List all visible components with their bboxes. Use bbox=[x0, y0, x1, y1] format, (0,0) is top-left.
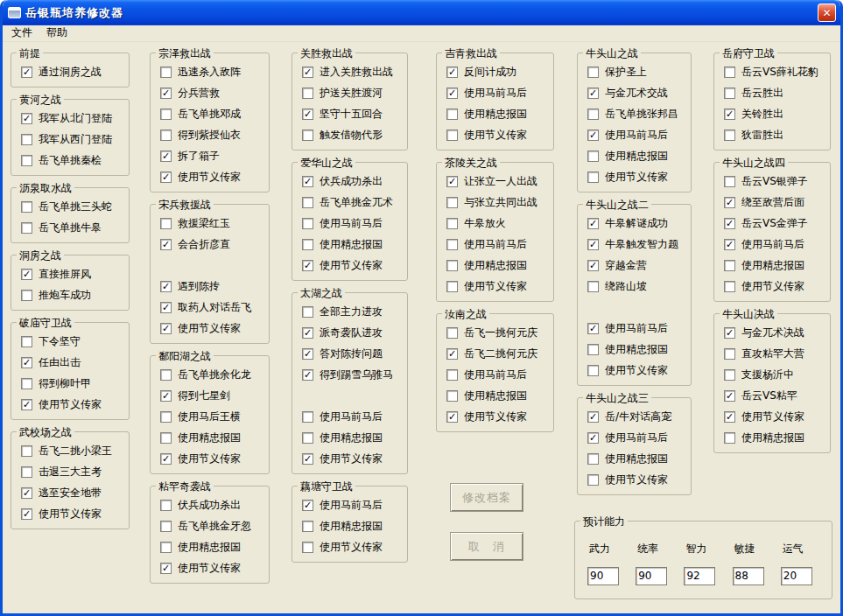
checkbox-unchecked[interactable] bbox=[21, 155, 32, 166]
checkbox-unchecked[interactable] bbox=[160, 521, 172, 532]
checkbox-unchecked[interactable] bbox=[160, 66, 172, 78]
checkbox-unchecked[interactable] bbox=[724, 176, 735, 187]
checkbox-checked[interactable]: ✓ bbox=[160, 88, 172, 99]
checkbox-row[interactable]: ✓通过洞房之战 bbox=[21, 61, 126, 82]
checkbox-row[interactable]: 我军从西门登陆 bbox=[21, 129, 126, 150]
checkbox-checked[interactable]: ✓ bbox=[302, 348, 313, 360]
checkbox-row[interactable]: ✓取药人对话岳飞 bbox=[160, 297, 266, 318]
checkbox-row[interactable]: ✓牛皋触发智力题 bbox=[587, 234, 688, 255]
checkbox-row[interactable]: ✓关铃胜出 bbox=[724, 103, 827, 124]
checkbox-row[interactable]: 使用精忠报国 bbox=[446, 385, 551, 406]
checkbox-row[interactable]: 使用精忠报国 bbox=[587, 339, 688, 360]
checkbox-row[interactable]: ✓与金兀术决战 bbox=[724, 322, 827, 343]
checkbox-row[interactable]: 使用节义传家 bbox=[302, 536, 404, 557]
checkbox-row[interactable]: 使用马前马后 bbox=[446, 234, 551, 255]
checkbox-row[interactable]: ✓我军从北门登陆 bbox=[21, 108, 126, 129]
checkbox-row[interactable]: 使用精忠报国 bbox=[302, 427, 404, 448]
checkbox-row[interactable]: ✓岳云VS粘罕 bbox=[724, 385, 827, 406]
checkbox-row[interactable]: 使用节义传家 bbox=[587, 360, 688, 381]
stat-input[interactable] bbox=[733, 567, 764, 585]
checkbox-row[interactable]: ✓岳云VS金弹子 bbox=[724, 213, 827, 234]
checkbox-row[interactable]: ✓任由出击 bbox=[21, 352, 126, 373]
checkbox-row[interactable]: 牛皋放火 bbox=[446, 213, 551, 234]
checkbox-unchecked[interactable] bbox=[587, 365, 599, 376]
checkbox-row[interactable]: ✓答对陈抟问题 bbox=[302, 343, 404, 364]
checkbox-checked[interactable]: ✓ bbox=[160, 302, 172, 313]
checkbox-checked[interactable]: ✓ bbox=[587, 323, 599, 334]
checkbox-unchecked[interactable] bbox=[302, 521, 313, 532]
checkbox-unchecked[interactable] bbox=[21, 466, 32, 478]
checkbox-unchecked[interactable] bbox=[446, 390, 458, 402]
checkbox-unchecked[interactable] bbox=[302, 88, 313, 99]
checkbox-checked[interactable]: ✓ bbox=[446, 176, 458, 187]
checkbox-row[interactable]: 使用精忠报国 bbox=[446, 255, 551, 276]
checkbox-row[interactable]: 使用马后王横 bbox=[160, 406, 266, 427]
checkbox-unchecked[interactable] bbox=[587, 281, 599, 292]
checkbox-checked[interactable]: ✓ bbox=[446, 66, 458, 78]
checkbox-row[interactable]: ✓反间计成功 bbox=[446, 61, 551, 82]
checkbox-row[interactable]: ✓穿越金营 bbox=[587, 255, 688, 276]
checkbox-unchecked[interactable] bbox=[724, 348, 735, 360]
checkbox-row[interactable]: ✓拆了箱子 bbox=[160, 145, 266, 166]
checkbox-row[interactable]: ✓使用节义传家 bbox=[302, 255, 404, 276]
checkbox-checked[interactable]: ✓ bbox=[160, 563, 172, 574]
checkbox-row[interactable]: 狄雷胜出 bbox=[724, 124, 827, 145]
checkbox-row[interactable]: ✓得到七星剑 bbox=[160, 385, 266, 406]
checkbox-unchecked[interactable] bbox=[160, 411, 172, 423]
checkbox-checked[interactable]: ✓ bbox=[160, 390, 172, 402]
checkbox-row[interactable]: 使用节义传家 bbox=[587, 469, 688, 490]
stat-input[interactable] bbox=[684, 567, 715, 585]
checkbox-unchecked[interactable] bbox=[587, 150, 599, 162]
checkbox-unchecked[interactable] bbox=[587, 474, 599, 486]
checkbox-unchecked[interactable] bbox=[446, 281, 458, 292]
checkbox-unchecked[interactable] bbox=[21, 336, 32, 347]
checkbox-row[interactable]: ✓牛皋解谜成功 bbox=[587, 213, 688, 234]
checkbox-row[interactable]: ✓使用马前马后 bbox=[587, 427, 688, 448]
checkbox-row[interactable]: 伏兵成功杀出 bbox=[160, 494, 266, 515]
checkbox-row[interactable]: ✓进入关胜救出战 bbox=[302, 61, 404, 82]
checkbox-unchecked[interactable] bbox=[587, 344, 599, 355]
checkbox-unchecked[interactable] bbox=[724, 432, 735, 444]
checkbox-unchecked[interactable] bbox=[21, 378, 32, 389]
checkbox-checked[interactable]: ✓ bbox=[160, 172, 172, 183]
checkbox-unchecked[interactable] bbox=[724, 281, 735, 292]
checkbox-row[interactable]: ✓使用节义传家 bbox=[724, 406, 827, 427]
checkbox-checked[interactable]: ✓ bbox=[21, 357, 32, 368]
checkbox-unchecked[interactable] bbox=[446, 197, 458, 208]
checkbox-unchecked[interactable] bbox=[587, 66, 599, 78]
stat-input[interactable] bbox=[587, 567, 619, 585]
checkbox-checked[interactable]: ✓ bbox=[724, 197, 735, 208]
checkbox-row[interactable]: ✓绕至敌营后面 bbox=[724, 192, 827, 213]
checkbox-row[interactable]: 岳飞单挑秦桧 bbox=[21, 150, 126, 171]
checkbox-unchecked[interactable] bbox=[446, 108, 458, 120]
checkbox-row[interactable]: ✓岳飞二挑何元庆 bbox=[446, 343, 551, 364]
checkbox-row[interactable]: ✓使用节义传家 bbox=[21, 394, 126, 415]
checkbox-unchecked[interactable] bbox=[587, 108, 599, 120]
checkbox-unchecked[interactable] bbox=[587, 453, 599, 465]
checkbox-unchecked[interactable] bbox=[302, 542, 313, 553]
checkbox-row[interactable]: ✓直接推屏风 bbox=[21, 263, 126, 284]
checkbox-unchecked[interactable] bbox=[587, 172, 599, 183]
checkbox-checked[interactable]: ✓ bbox=[160, 239, 172, 250]
checkbox-checked[interactable]: ✓ bbox=[587, 260, 599, 271]
stat-input[interactable] bbox=[636, 567, 667, 585]
checkbox-row[interactable]: 得到柳叶甲 bbox=[21, 373, 126, 394]
checkbox-unchecked[interactable] bbox=[21, 290, 32, 301]
checkbox-row[interactable]: 全部主力进攻 bbox=[302, 301, 404, 322]
checkbox-unchecked[interactable] bbox=[724, 369, 735, 381]
checkbox-checked[interactable]: ✓ bbox=[21, 508, 32, 520]
checkbox-row[interactable]: 使用马前马后 bbox=[446, 364, 551, 385]
checkbox-row[interactable]: 使用节义传家 bbox=[587, 166, 688, 187]
menu-file[interactable]: 文件 bbox=[4, 24, 39, 42]
checkbox-unchecked[interactable] bbox=[21, 445, 32, 457]
checkbox-unchecked[interactable] bbox=[446, 218, 458, 229]
checkbox-row[interactable]: 支援杨沂中 bbox=[724, 364, 827, 385]
checkbox-row[interactable]: ✓使用节义传家 bbox=[160, 448, 266, 469]
checkbox-row[interactable]: 岳飞单挑余化龙 bbox=[160, 364, 266, 385]
checkbox-checked[interactable]: ✓ bbox=[302, 108, 313, 120]
checkbox-unchecked[interactable] bbox=[302, 306, 313, 318]
checkbox-unchecked[interactable] bbox=[446, 327, 458, 339]
checkbox-checked[interactable]: ✓ bbox=[302, 369, 313, 381]
checkbox-unchecked[interactable] bbox=[302, 239, 313, 250]
checkbox-checked[interactable]: ✓ bbox=[21, 269, 32, 280]
